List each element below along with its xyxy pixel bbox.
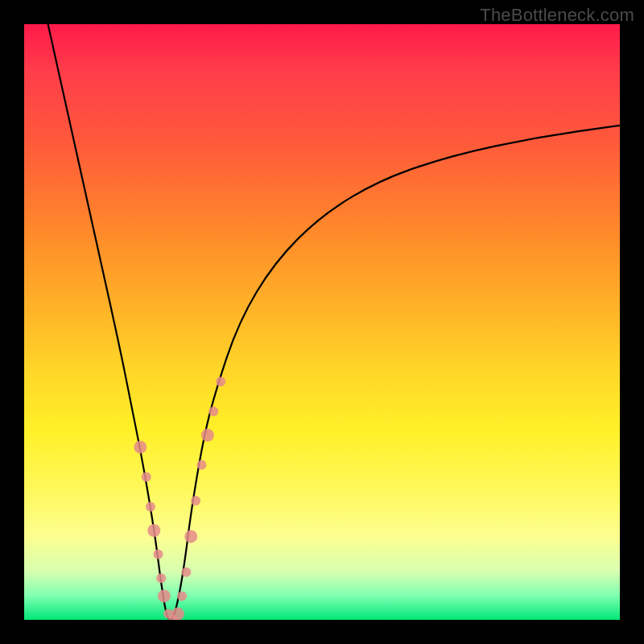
highlight-dot (142, 472, 151, 481)
highlight-dots-layer (134, 377, 225, 620)
highlight-dot (171, 608, 184, 620)
highlight-dot (147, 524, 160, 537)
chart-svg (24, 24, 620, 620)
highlight-dot (184, 530, 197, 543)
highlight-dot (216, 377, 225, 386)
highlight-dot (191, 496, 200, 506)
curve-layer (48, 24, 620, 620)
plot-area (24, 24, 620, 620)
highlight-dot (177, 591, 187, 601)
highlight-dot (154, 550, 163, 559)
highlight-dot (146, 502, 155, 511)
outer-frame: TheBottleneck.com (0, 0, 644, 644)
highlight-dot (158, 589, 171, 602)
highlight-dot (197, 460, 207, 470)
watermark-text: TheBottleneck.com (480, 5, 634, 26)
highlight-dot (201, 429, 214, 442)
highlight-dot (156, 573, 166, 583)
highlight-dot (181, 568, 191, 577)
highlight-dot (208, 407, 218, 416)
bottleneck-curve (48, 24, 620, 620)
highlight-dot (134, 440, 147, 453)
